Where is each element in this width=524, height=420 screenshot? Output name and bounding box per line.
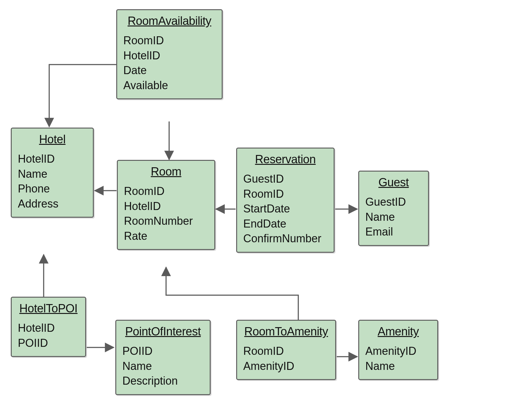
entity-room: Room RoomID HotelID RoomNumber Rate — [117, 160, 215, 250]
entity-field: AmenityID — [243, 359, 329, 374]
entity-title: PointOfInterest — [122, 325, 204, 338]
entity-field: Email — [365, 224, 422, 240]
entity-title: Room — [124, 165, 208, 178]
entity-guest: Guest GuestID Name Email — [358, 171, 429, 246]
entity-field: GuestID — [243, 172, 328, 187]
entity-title: Reservation — [243, 153, 328, 166]
entity-title: RoomAvailability — [123, 14, 216, 28]
entity-field: HotelID — [18, 321, 79, 336]
entity-field: POIID — [18, 336, 79, 351]
entity-field: Available — [123, 78, 216, 93]
entity-field: Name — [18, 167, 87, 182]
entity-field: Description — [122, 374, 204, 389]
entity-field: Name — [365, 210, 422, 225]
er-diagram-canvas: RoomAvailability RoomID HotelID Date Ava… — [0, 0, 524, 420]
entity-field: EndDate — [243, 216, 328, 232]
entity-field: RoomID — [124, 184, 208, 199]
entity-field: Rate — [124, 229, 208, 244]
entity-pointofinterest: PointOfInterest POIID Name Description — [115, 320, 211, 395]
entity-hotel: Hotel HotelID Name Phone Address — [11, 128, 94, 218]
entity-roomtoamenity: RoomToAmenity RoomID AmenityID — [236, 320, 336, 380]
entity-field: Name — [122, 359, 204, 374]
entity-title: RoomToAmenity — [243, 325, 329, 338]
entity-field: Phone — [18, 181, 87, 196]
entity-amenity: Amenity AmenityID Name — [358, 320, 438, 380]
entity-field: RoomID — [123, 33, 216, 48]
entity-field: HotelID — [18, 152, 87, 167]
entity-field: Name — [365, 359, 431, 374]
entity-field: RoomID — [243, 344, 329, 359]
entity-reservation: Reservation GuestID RoomID StartDate End… — [236, 148, 335, 253]
entity-roomavailability: RoomAvailability RoomID HotelID Date Ava… — [116, 9, 223, 99]
entity-title: Amenity — [365, 325, 431, 338]
entity-field: StartDate — [243, 201, 328, 216]
entity-field: HotelID — [123, 48, 216, 63]
entity-field: POIID — [122, 344, 204, 359]
entity-field: GuestID — [365, 195, 422, 210]
entity-hoteltopoi: HotelToPOI HotelID POIID — [11, 297, 86, 357]
entity-field: ConfirmNumber — [243, 231, 328, 246]
edge-roomtoamenity-room — [166, 267, 298, 320]
entity-field: RoomNumber — [124, 214, 208, 229]
entity-field: HotelID — [124, 199, 208, 214]
entity-field: AmenityID — [365, 344, 431, 359]
entity-field: RoomID — [243, 187, 328, 202]
entity-title: Guest — [365, 176, 422, 189]
entity-field: Date — [123, 63, 216, 78]
edge-roomavailability-hotel — [49, 65, 116, 127]
entity-title: Hotel — [18, 133, 87, 146]
entity-title: HotelToPOI — [18, 302, 79, 315]
entity-field: Address — [18, 196, 87, 212]
